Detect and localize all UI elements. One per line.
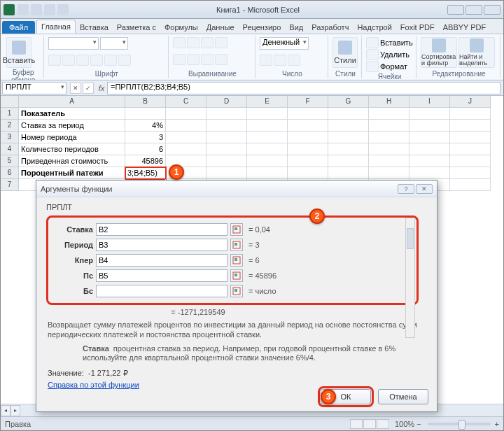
col-header[interactable]: D [206,96,247,108]
arg-input-nper[interactable] [96,254,227,267]
window-title: Книга1 - Microsoft Excel [69,6,447,14]
find-button[interactable]: Найти и выделить [458,37,495,68]
arg-input-fv[interactable] [96,285,227,297]
styles-button[interactable]: Стили [332,37,358,68]
col-header[interactable]: B [125,96,166,108]
cell[interactable]: 4% [125,120,166,132]
excel-icon [4,4,15,15]
tab-data[interactable]: Данные [202,21,239,34]
font-combo[interactable] [48,37,99,50]
dialog-titlebar[interactable]: Аргументы функции ?✕ [36,181,437,197]
window-buttons[interactable] [447,5,500,15]
function-arguments-dialog: Аргументы функции ?✕ ПРПЛТ Ставка= 0,04 … [36,180,438,412]
ribbon-tabs: Файл Главная Вставка Разметка с Формулы … [1,19,503,34]
tab-insert[interactable]: Вставка [76,21,113,34]
tab-addins[interactable]: Надстрой [353,21,396,34]
cell[interactable]: 45896 [125,155,166,167]
tab-foxit[interactable]: Foxit PDF [396,21,439,34]
ref-icon[interactable] [230,239,243,251]
svg-rect-5 [234,258,237,261]
cell[interactable]: Ставка за период [19,120,125,132]
tab-review[interactable]: Рецензиро [239,21,286,34]
tab-home[interactable]: Главная [36,20,76,34]
select-all[interactable] [1,96,19,108]
tab-formulas[interactable]: Формулы [160,21,202,34]
cancel-formula-icon[interactable]: ✕ [70,83,81,94]
tab-abbyy[interactable]: ABBYY PDF [439,21,491,34]
ref-icon[interactable] [230,269,243,282]
number-format[interactable]: Денежный [260,37,309,50]
formula-bar-row: ПРПЛТ ✕✓ fx =ПРПЛТ(B2;B3;B4;B5) [1,80,503,96]
formula-bar[interactable]: =ПРПЛТ(B2;B3;B4;B5) [107,82,500,94]
help-icon[interactable]: ? [398,184,414,194]
sort-button[interactable]: Сортировка и фильтр [421,37,457,68]
cell[interactable]: Номер периода [19,132,125,143]
col-header[interactable]: C [166,96,206,108]
status-bar: Правка 100% − + [1,416,503,430]
cell-editing[interactable]: 3;B4;B5) [125,167,166,179]
svg-rect-9 [234,289,237,292]
group-font: Шрифт [46,36,169,78]
annotation-marker-1: 1 [169,164,184,180]
col-header[interactable]: G [328,96,369,108]
col-header[interactable]: I [410,96,450,108]
group-clipboard: ВставитьБуфер обмена [4,36,44,78]
fx-icon[interactable]: fx [96,83,107,94]
file-tab[interactable]: Файл [2,21,35,34]
function-description: Возвращает сумму платежей процентов по и… [48,320,428,340]
scrollbar[interactable] [405,218,415,338]
group-styles: СтилиСтили [330,36,362,78]
zoom-out[interactable]: − [416,420,421,428]
group-number: ДенежныйЧисло [257,36,328,78]
paste-button[interactable]: Вставить [6,37,31,68]
row-header[interactable]: 2 [1,120,19,132]
result-preview: = -1271,219549 [43,308,353,316]
row-header[interactable]: 3 [1,132,19,143]
tab-developer[interactable]: Разработч [307,21,353,34]
row-header[interactable]: 5 [1,155,19,167]
cell[interactable]: Количество периодов [19,143,125,155]
arg-input-rate[interactable] [96,223,227,236]
result-value: Значение: -1 271,22 ₽ [48,369,428,378]
view-buttons[interactable] [350,419,389,429]
zoom-level[interactable]: 100% [395,420,414,428]
arg-input-pv[interactable] [96,269,227,282]
name-box[interactable]: ПРПЛТ [2,82,66,94]
row-header[interactable]: 6 [1,167,19,179]
tab-layout[interactable]: Разметка с [113,21,160,34]
cell[interactable]: 3 [125,132,166,143]
col-header[interactable]: F [288,96,328,108]
group-cells: ВставитьУдалитьФорматЯчейки [363,36,416,78]
col-header[interactable]: H [369,96,410,108]
status-mode: Правка [5,420,31,428]
tab-view[interactable]: Вид [285,21,307,34]
cell[interactable]: Пороцентный патежи [19,167,125,179]
arg-input-period[interactable] [96,239,227,251]
row-header[interactable]: 1 [1,108,19,120]
cancel-button[interactable]: Отмена [378,389,428,404]
cell[interactable]: Приведенная стоимость [19,155,125,167]
group-align: Выравнивание [170,36,255,78]
size-combo[interactable] [100,37,128,50]
row-header[interactable]: 4 [1,143,19,155]
col-header[interactable]: E [247,96,288,108]
ribbon: ВставитьБуфер обмена Шрифт Выравнивание … [1,34,503,80]
help-link[interactable]: Справка по этой функции [48,381,430,389]
cell[interactable]: Показатель [19,108,125,120]
col-header[interactable]: A [19,96,125,108]
enter-formula-icon[interactable]: ✓ [83,83,94,94]
svg-rect-1 [234,227,237,230]
ref-icon[interactable] [230,285,243,297]
quick-access-toolbar[interactable] [18,4,69,15]
cell[interactable]: 6 [125,143,166,155]
close-icon[interactable]: ✕ [416,184,433,194]
annotation-marker-3: 3 [321,389,336,404]
zoom-slider[interactable] [428,423,491,425]
ref-icon[interactable] [230,223,243,236]
row-header[interactable]: 7 [1,179,19,191]
annotation-marker-2: 2 [309,209,325,224]
zoom-in[interactable]: + [495,420,499,428]
arguments-area: Ставка= 0,04 Период= 3 Кпер= 6 Пс= 45896… [46,216,419,305]
col-header[interactable]: J [450,96,491,108]
ref-icon[interactable] [230,254,243,267]
